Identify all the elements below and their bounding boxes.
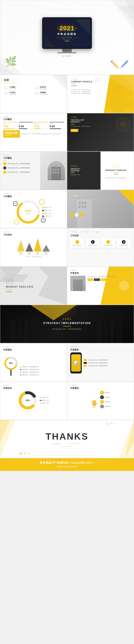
company-title-cn: 公司简介 <box>71 85 130 87</box>
svg-marker-5 <box>75 19 90 34</box>
svg-rect-44 <box>73 280 83 291</box>
year-display: 2021 <box>59 25 74 32</box>
slide-section04: 年度规划 STRATEGY IMPLEMENTATION 请在此处输入内容，内容… <box>0 305 134 343</box>
slide-section03: 03 MARKET ANALYSIS 年度分析 <box>0 266 67 305</box>
slide-contents: 目录 CONTENTS 01 工作概述 年度工作总结 03 年度分析 市场分析报… <box>0 75 67 113</box>
svg-marker-6 <box>44 36 55 47</box>
footer-sub: www.sucai999.com <box>4 465 130 468</box>
slide-architecture: 工作概述 工作概述 <box>67 190 134 228</box>
monitor: ✿ 2021 ✿ 年终总结报告 BUSINESS REPORT <box>42 17 92 49</box>
title-en: BUSINESS <box>62 36 72 38</box>
content-item-04: 04 年度规划 来年工作规划 <box>35 92 63 95</box>
slide-ring-chart: 年度总结 年度总结 60% 类别A：60% 类别B：25% 类别C：15% <box>0 382 67 420</box>
slide-work-stat: 工作概述 工作概述 指标一 5.00 指标二 5.00 指标三 5.00 <box>0 113 67 152</box>
footer-main: 更多精品PPT资源尽在—sucai999.com！ <box>4 461 130 464</box>
slide-phone-mockup: 年度规划 年度规划 📊 → 请在此处输入内容，内容要和标题相关 <box>67 343 134 382</box>
thanks-contact: www.sucai999.com <box>69 443 81 445</box>
slide-thanks: THANKS 感谢您的聆听 | www.sucai999.com ✿ <box>0 420 134 458</box>
brand-text: 紫鸟图库 <box>42 55 92 58</box>
right-tri-deco <box>119 420 134 458</box>
slide-hand-info: 年度规划 年度规划 🖐 指导方针 01 规划目标一 02 规划目标二 <box>67 382 134 420</box>
work-title: 工作概述 <box>3 118 64 121</box>
work-label-2: 工作概述 <box>3 193 64 194</box>
svg-text:65%: 65% <box>9 362 13 364</box>
bottom-circles: ✿ <box>19 452 30 455</box>
slide-tree-info: 年度规划 年度规划 65% <box>0 343 67 382</box>
svg-point-16 <box>121 122 126 127</box>
slide-work-triangles: 工作总结 工作总结 项目A75% 项目B60% 项目C80% 项目 <box>0 228 67 266</box>
svg-text:60%: 60% <box>26 399 30 402</box>
stat-label: 年度总营收 <box>5 135 18 136</box>
monitor-container: ✿ 2021 ✿ 年终总结报告 BUSINESS REPORT <box>42 17 92 58</box>
slide-work-circles: 工作概述 工作概述 65% 总完成率 A B C D <box>0 190 67 228</box>
work-label: 工作概述 <box>3 116 64 118</box>
thanks-title: THANKS <box>46 432 88 442</box>
slide-cover: 🌿 ✿ 2021 ✿ <box>0 0 134 75</box>
slides-grid: 目录 CONTENTS 01 工作概述 年度工作总结 03 年度分析 市场分析报… <box>0 75 134 458</box>
subtitle: REPORT <box>62 39 71 40</box>
site-footer: 更多精品PPT资源尽在—sucai999.com！ www.sucai999.c… <box>0 458 134 471</box>
slide-target-indicators: 工作总结 5.00 指标一 5.00 指标二 工作总结 ✓ 请在此处输入内容 ★… <box>67 228 134 266</box>
slide-dark-work: 工作概述 TECHNOLOGY PRODUCT 请在此处输入内容，内容要和标题相… <box>67 113 134 152</box>
page-wrapper: 🌿 ✿ 2021 ✿ <box>0 0 134 471</box>
slide-section02: 工作总结 PRODUCT SERVICE 请在此处输入内容 02 PRODUCT… <box>67 152 134 190</box>
work-title-2: 工作概述 <box>3 195 64 198</box>
slide-yellow-right: 年度总结 年度总结 请在此处输入内容，内容要和标题相关，请在此处输入内容 亮点一 <box>67 266 134 305</box>
slide-company-profile: 工作概述 01 COMPANY PROFILE 公司简介 请在此处输入内容，内容… <box>67 75 134 113</box>
slide-work-photo: 工作概述 工作概述 1 请在此处输入内容，内容要和标题相关 2 请在此处输入内容… <box>0 152 67 190</box>
monitor-screen: ✿ 2021 ✿ 年终总结报告 BUSINESS REPORT <box>44 19 90 47</box>
section-num-01: 01 <box>94 77 101 83</box>
title-cn: 年终总结报告 <box>57 32 77 36</box>
content-item-02: 02 工作总结 工作情况详述 <box>4 92 32 95</box>
left-tri-deco <box>0 420 15 458</box>
content-item-01: 01 工作概述 年度工作总结 <box>4 86 32 90</box>
decorative-plant-left: 🌿 <box>5 56 17 67</box>
big-stat: ¥589,000 <box>5 131 18 135</box>
mini-tris <box>106 422 115 425</box>
label-work-summary: 工作总结 <box>3 231 64 233</box>
title-work-summary: 工作总结 <box>3 233 64 236</box>
decorative-pencils: ✏️🖊️ <box>110 60 129 69</box>
